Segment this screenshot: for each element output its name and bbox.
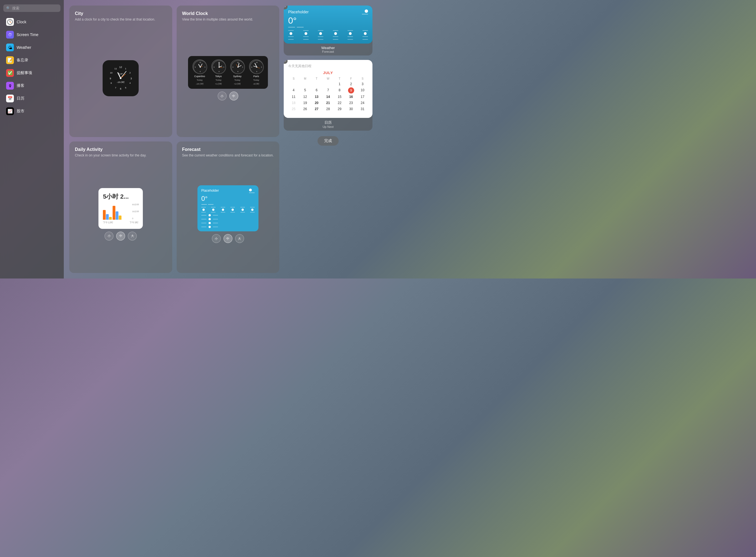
cal-day-11[interactable]: 11 bbox=[288, 94, 299, 99]
chart-label-noon: 下午12时 bbox=[103, 221, 113, 225]
sidebar-item-weather[interactable]: 🌤 Weather bbox=[2, 41, 62, 54]
sidebar-item-stocks[interactable]: 📈 股市 bbox=[2, 105, 62, 117]
fv-3-dash bbox=[201, 223, 206, 223]
svg-point-57 bbox=[256, 66, 258, 68]
activity-size-medium[interactable]: 中 bbox=[116, 232, 125, 240]
cal-day-5[interactable]: 5 bbox=[300, 87, 310, 93]
cal-day-25[interactable]: 25 bbox=[288, 106, 299, 112]
cal-day-24[interactable]: 24 bbox=[357, 100, 368, 106]
svg-line-2 bbox=[10, 22, 11, 23]
sidebar-item-notes[interactable]: 📝 备忘录 bbox=[2, 54, 62, 66]
cal-day-12[interactable]: 12 bbox=[300, 94, 310, 99]
cal-day-17[interactable]: 17 bbox=[357, 94, 368, 99]
wwh-6-bot bbox=[362, 36, 368, 37]
cal-day-9-today[interactable]: 9 bbox=[348, 87, 354, 93]
daily-activity-preview: 5小时 2... 60分钟 30分钟 0 bbox=[75, 161, 167, 267]
cal-day-7[interactable]: 7 bbox=[323, 87, 333, 93]
weather-widget-label: Weather Forecast bbox=[284, 43, 372, 56]
activity-size-small[interactable]: 小 bbox=[104, 232, 114, 240]
wc-cupertino: 12 6 9 3 Cupertino Today bbox=[192, 59, 207, 85]
cal-header: JULY bbox=[288, 71, 368, 75]
size-medium-btn[interactable]: 中 bbox=[229, 91, 238, 100]
cal-day-29[interactable]: 29 bbox=[334, 106, 345, 112]
forecast-size-medium[interactable]: 中 bbox=[223, 234, 233, 243]
cal-day-3[interactable]: 3 bbox=[357, 81, 368, 87]
cal-day-4[interactable]: 4 bbox=[288, 87, 299, 93]
size-small-btn[interactable]: 小 bbox=[218, 91, 226, 100]
fh-1 bbox=[201, 207, 206, 212]
wwbd-4 bbox=[333, 39, 338, 40]
cal-day-27[interactable]: 27 bbox=[311, 106, 322, 112]
cal-day-22[interactable]: 22 bbox=[334, 100, 345, 106]
fv-4-dash2 bbox=[213, 227, 218, 227]
forecast-placeholder: Placeholder bbox=[201, 188, 219, 193]
cal-day-18[interactable]: 18 bbox=[288, 100, 299, 106]
done-button[interactable]: 完成 bbox=[317, 136, 339, 146]
cal-day-1[interactable]: 1 bbox=[334, 81, 345, 87]
activity-size-large[interactable]: 大 bbox=[128, 232, 137, 240]
sidebar-item-reminders[interactable]: ✅ 提醒事项 bbox=[2, 67, 62, 79]
cal-grid: S M T W T F S 1 2 3 4 bbox=[288, 77, 368, 114]
sidebar-item-screentime[interactable]: ⏱ Screen Time bbox=[2, 29, 62, 41]
svg-text:3: 3 bbox=[204, 66, 205, 68]
cal-day-23[interactable]: 23 bbox=[345, 100, 356, 106]
wwh-4-top bbox=[333, 30, 338, 31]
sidebar-item-clock-label: Clock bbox=[17, 20, 26, 24]
cal-day-8[interactable]: 8 bbox=[334, 87, 345, 93]
forecast-panel-title: Forecast bbox=[182, 147, 274, 152]
wc-cupertino-clock: 12 6 9 3 bbox=[192, 59, 207, 74]
ww-top-right bbox=[362, 9, 368, 14]
svg-text:3: 3 bbox=[223, 66, 224, 68]
fhd-dot-3 bbox=[222, 209, 224, 211]
world-clock-panel-desc: View the time in multiple cities around … bbox=[182, 17, 274, 22]
cal-day-19[interactable]: 19 bbox=[300, 100, 310, 106]
fv-3-dash2 bbox=[213, 223, 218, 223]
wc-paris-day: Today bbox=[253, 79, 259, 81]
svg-text:10: 10 bbox=[110, 71, 113, 74]
cal-day-13[interactable]: 13 bbox=[311, 94, 322, 99]
activity-widget: 5小时 2... 60分钟 30分钟 0 bbox=[98, 188, 143, 229]
cal-day-21[interactable]: 21 bbox=[323, 100, 333, 106]
wwh-5-dot bbox=[349, 32, 352, 35]
forecast-size-small[interactable]: 小 bbox=[212, 234, 221, 243]
daily-activity-title: Daily Activity bbox=[75, 147, 167, 152]
cal-header-s1: S bbox=[288, 77, 299, 81]
sidebar-item-clock[interactable]: Clock bbox=[2, 16, 62, 28]
ww-dashes bbox=[288, 27, 368, 27]
cal-day-empty3 bbox=[311, 81, 322, 87]
fhd-1 bbox=[201, 207, 206, 207]
sidebar-item-podcasts[interactable]: 🎙 播客 bbox=[2, 80, 62, 92]
cal-day-empty5 bbox=[288, 112, 299, 114]
sidebar-item-calendar[interactable]: 📅 日历 bbox=[2, 92, 62, 105]
forecast-panel-desc: See the current weather conditions and f… bbox=[182, 153, 274, 158]
wc-sydney-clock: 12 6 9 3 bbox=[230, 59, 245, 74]
cal-day-10[interactable]: 10 bbox=[357, 87, 368, 93]
main-content: City Add a clock for a city to check the… bbox=[64, 0, 378, 278]
world-clock-size-selector: 小 中 bbox=[218, 91, 238, 100]
cal-header-t2: T bbox=[334, 77, 345, 81]
cal-day-14[interactable]: 14 bbox=[323, 94, 333, 99]
cal-day-30[interactable]: 30 bbox=[345, 106, 356, 112]
wwh-2-bot bbox=[303, 36, 309, 37]
cal-day-2[interactable]: 2 bbox=[345, 81, 356, 87]
cal-day-15[interactable]: 15 bbox=[334, 94, 345, 99]
bar-2a bbox=[113, 206, 115, 220]
wc-cupertino-label: Cupertino bbox=[194, 75, 205, 78]
wc-paris-clock: 12 6 9 3 bbox=[249, 59, 264, 74]
svg-text:3: 3 bbox=[131, 77, 132, 80]
search-input[interactable] bbox=[12, 6, 58, 10]
cal-day-26[interactable]: 26 bbox=[300, 106, 310, 112]
cal-day-28[interactable]: 28 bbox=[323, 106, 333, 112]
city-panel-title: City bbox=[75, 11, 167, 16]
cal-day-16[interactable]: 16 bbox=[345, 94, 356, 99]
cal-day-31[interactable]: 31 bbox=[357, 106, 368, 112]
forecast-size-large[interactable]: 大 bbox=[235, 234, 244, 243]
svg-text:11: 11 bbox=[115, 67, 117, 70]
svg-text:9: 9 bbox=[214, 66, 214, 68]
search-bar[interactable]: 🔍 bbox=[3, 4, 60, 12]
cal-header-m: M bbox=[300, 77, 310, 81]
svg-text:12: 12 bbox=[256, 62, 258, 63]
cal-day-20[interactable]: 20 bbox=[311, 100, 322, 106]
cal-day-6[interactable]: 6 bbox=[311, 87, 322, 93]
wwh-2 bbox=[303, 30, 309, 37]
